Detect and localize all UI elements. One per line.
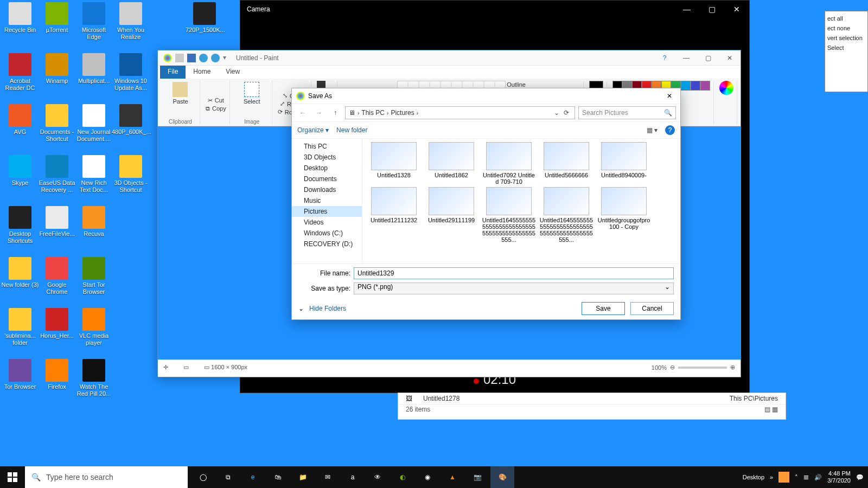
filetype-select[interactable]: PNG (*.png)⌄ [354, 282, 674, 294]
tray-desktop-label[interactable]: Desktop [743, 474, 764, 480]
paint-maximize[interactable]: ▢ [697, 50, 719, 66]
desktop-icon[interactable]: Firefox [38, 359, 76, 390]
tray-overflow-icon[interactable]: » [770, 474, 773, 480]
mail-icon[interactable]: ✉ [316, 466, 340, 488]
tab-home[interactable]: Home [186, 66, 218, 79]
color-swatch[interactable] [700, 81, 710, 91]
desktop-icon[interactable]: Google Chrome [38, 257, 76, 295]
file-thumb[interactable]: Untitled8940009- [597, 142, 651, 185]
tree-item[interactable]: Pictures [292, 206, 362, 217]
tree-item[interactable]: RECOVERY (D:) [292, 239, 362, 249]
breadcrumb-dropdown[interactable]: ⌄ [554, 109, 559, 117]
cancel-button[interactable]: Cancel [630, 302, 674, 315]
sp-row[interactable]: ect all [827, 14, 865, 23]
desktop-icon[interactable]: New folder (3) [1, 257, 39, 288]
tray-chevron-up-icon[interactable]: ˄ [795, 474, 798, 481]
nav-back[interactable]: ← [296, 109, 309, 117]
tree-item[interactable]: Videos [292, 217, 362, 228]
desktop-icon[interactable]: Recycle Bin [1, 2, 39, 34]
tab-file[interactable]: File [160, 66, 186, 79]
desktop-icon[interactable]: Documents - Shortcut [38, 104, 76, 142]
outline-button[interactable]: Outline [507, 81, 526, 88]
clock[interactable]: 4:48 PM 3/7/2020 [827, 470, 851, 484]
view-menu[interactable]: ▦ ▾ [647, 126, 658, 134]
desktop-icon[interactable]: Acrobat Reader DC [1, 53, 39, 91]
desktop-icon[interactable]: 3D Objects - Shortcut [112, 155, 150, 193]
desktop-icon[interactable]: Skype [1, 155, 39, 187]
tree-item[interactable]: Music [292, 195, 362, 206]
desktop-icon[interactable]: Start Tor Browser [75, 257, 113, 295]
notifications-icon[interactable]: 💬 [856, 474, 864, 481]
tray-app-icon[interactable] [778, 472, 789, 483]
desktop-icon[interactable]: Tor Browser [1, 359, 39, 390]
camera-minimize[interactable]: — [674, 1, 699, 18]
desktop-icon[interactable]: Recuva [75, 206, 113, 237]
obs-icon[interactable]: ◉ [416, 466, 439, 488]
files-view[interactable]: Untitled1328Untitled1862Untitled7092 Unt… [362, 139, 680, 264]
camera-maximize[interactable]: ▢ [699, 1, 724, 18]
breadcrumb[interactable]: 🖥 › This PC › Pictures › ⌄ ⟳ [345, 106, 575, 119]
camera-taskbar-icon[interactable]: 📷 [465, 466, 489, 488]
desktop-icon[interactable]: New Rich Text Doc... [75, 155, 113, 193]
desktop-icon[interactable]: 'sublimina... folder [1, 308, 39, 346]
paint-taskbar-icon[interactable]: 🎨 [490, 466, 514, 488]
refresh-icon[interactable]: ⟳ [561, 109, 571, 117]
file-name[interactable]: Untitled1278 [423, 395, 459, 402]
explorer-icon[interactable]: 📁 [291, 466, 315, 488]
tree-item[interactable]: Windows (C:) [292, 228, 362, 239]
file-thumb[interactable]: Untitled1328 [367, 142, 421, 185]
organize-menu[interactable]: Organize ▾ [297, 126, 329, 134]
cortana-icon[interactable]: ◯ [191, 466, 215, 488]
vlc-icon[interactable]: ▲ [441, 466, 464, 488]
file-thumb[interactable]: Untitled29111199 [424, 187, 478, 243]
search-input[interactable]: Search Pictures 🔍 [578, 106, 676, 119]
cut-button[interactable]: ✂ Cut [208, 97, 224, 105]
copy-button[interactable]: ⧉ Copy [206, 105, 226, 113]
paint-close[interactable]: ✕ [719, 50, 741, 66]
desktop-icon[interactable]: FreeFileVie... [38, 206, 76, 237]
color-swatch[interactable] [691, 81, 700, 91]
desktop-icon[interactable]: VLC media player [75, 308, 113, 346]
edge-icon[interactable]: e [241, 466, 265, 488]
desktop-icon[interactable]: 720P_1500K... [186, 2, 224, 34]
volume-icon[interactable]: 🔊 [814, 474, 822, 481]
start-button[interactable] [0, 466, 25, 488]
save-button[interactable]: Save [582, 302, 625, 315]
file-thumb[interactable]: Untitled16455555555555555555555555555555… [482, 187, 536, 243]
file-thumb[interactable]: Untitledgroupgofpro100 - Copy [597, 187, 651, 243]
chevron-down-icon[interactable]: ⌄ [298, 305, 304, 312]
file-thumb[interactable]: Untitled7092 Untitled 709-710 [482, 142, 536, 185]
nav-up[interactable]: ↑ [329, 109, 342, 117]
color-swatch[interactable] [681, 81, 691, 91]
save-icon[interactable] [187, 54, 196, 62]
view-toggle[interactable]: ▤ ▦ [764, 406, 778, 413]
taskbar-search[interactable]: 🔍 Type here to search [25, 466, 188, 488]
desktop-icon[interactable]: Horus_Her... [38, 308, 76, 339]
tree-item[interactable]: Documents [292, 174, 362, 184]
desktop-icon[interactable]: Windows 10 Update As... [112, 53, 150, 91]
new-folder-button[interactable]: New folder [336, 126, 367, 134]
tree-item[interactable]: 3D Objects [292, 152, 362, 163]
file-thumb[interactable]: Untitled12111232 [367, 187, 421, 243]
sp-row[interactable]: vert selection [827, 33, 865, 43]
desktop-icon[interactable]: New Journal Document.... [75, 104, 113, 142]
network-icon[interactable]: 𝌆 [803, 474, 809, 481]
save-as-close[interactable]: ✕ [659, 88, 680, 104]
utorrent-icon[interactable]: ◐ [391, 466, 414, 488]
task-view-icon[interactable]: ⧉ [216, 466, 240, 488]
desktop-icon[interactable]: AVG [1, 104, 39, 136]
desktop-icon[interactable]: µTorrent [38, 2, 76, 34]
redo-icon[interactable] [211, 54, 220, 62]
file-thumb[interactable]: Untitled1862 [424, 142, 478, 185]
paste-button[interactable]: Paste [169, 81, 191, 106]
edit-colors-icon[interactable] [719, 81, 733, 95]
paint-help-icon[interactable]: ? [654, 50, 675, 66]
zoom-out[interactable]: ⊖ [670, 364, 675, 371]
nav-forward[interactable]: → [312, 109, 326, 117]
tree-item[interactable]: Desktop [292, 163, 362, 174]
amazon-icon[interactable]: a [341, 466, 365, 488]
hide-folders-toggle[interactable]: Hide Folders [309, 305, 346, 312]
desktop-icon[interactable]: EaseUS Data Recovery ... [38, 155, 76, 193]
filename-input[interactable] [354, 267, 674, 279]
desktop-icon[interactable]: Winamp [38, 53, 76, 85]
